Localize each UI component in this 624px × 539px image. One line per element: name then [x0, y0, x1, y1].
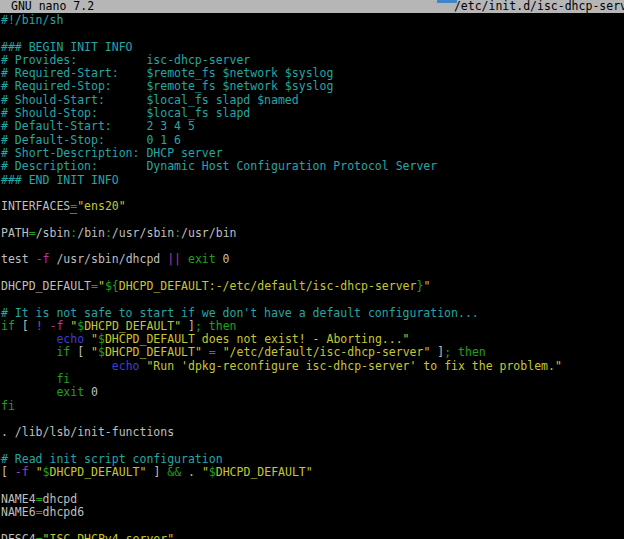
window-chrome-fragment	[437, 0, 457, 3]
code-token: -f	[36, 252, 50, 266]
code-token: exit	[188, 252, 216, 266]
code-token	[1, 332, 56, 346]
code-line: fi	[1, 400, 624, 413]
code-token: dhcpd	[43, 492, 78, 506]
code-token: 0	[216, 252, 230, 266]
code-token	[1, 385, 56, 399]
code-token: # Short-Description: DHCP server	[1, 146, 223, 160]
editor-area[interactable]: #!/bin/sh ### BEGIN INIT INFO# Provides:…	[1, 14, 624, 539]
code-token: echo	[112, 359, 140, 373]
code-token: NAME4	[1, 492, 36, 506]
code-token: DHCPD_DEFAULT"	[216, 465, 313, 479]
code-token	[1, 359, 112, 373]
code-line	[1, 413, 624, 426]
code-token: /sbin	[36, 226, 71, 240]
code-token: # Default-Stop: 0 1 6	[1, 133, 181, 147]
code-token: "Run 'dpkg-reconfigure isc-dhcp-server' …	[146, 359, 561, 373]
code-line: . /lib/lsb/init-functions	[1, 426, 624, 439]
code-line: # Should-Stop: $local_fs slapd	[1, 107, 624, 120]
code-token: ${	[105, 279, 119, 293]
code-token: [	[15, 319, 36, 333]
code-line: fi	[1, 373, 624, 386]
code-line	[1, 479, 624, 492]
code-token: # Should-Start: $local_fs slapd $named	[1, 93, 299, 107]
code-line: echo "$DHCPD_DEFAULT does not exist! - A…	[1, 333, 624, 346]
code-token: "	[91, 345, 98, 359]
code-line: NAME4=dhcpd	[1, 493, 624, 506]
code-token: # Default-Start: 2 3 4 5	[1, 119, 195, 133]
code-token	[1, 372, 56, 386]
code-token: # Read init script configuration	[1, 452, 223, 466]
code-line	[1, 213, 624, 226]
code-token: ### END INIT INFO	[1, 173, 119, 187]
code-token	[1, 345, 56, 359]
code-token: =	[91, 279, 98, 293]
code-token	[181, 252, 188, 266]
code-token: "ISC DHCPv4 server"	[43, 532, 175, 539]
code-token: dhcpd6	[43, 505, 85, 519]
code-token: DHCPD_DEFAULT does not exist! - Aborting…	[105, 332, 410, 346]
code-line	[1, 27, 624, 40]
code-token: fi	[1, 399, 15, 413]
code-line: # Default-Stop: 0 1 6	[1, 134, 624, 147]
code-line: ### BEGIN INIT INFO	[1, 41, 624, 54]
code-token: DHCPD_DEFAULT"	[105, 345, 202, 359]
code-token: -f	[50, 319, 64, 333]
code-line: # Should-Start: $local_fs slapd $named	[1, 94, 624, 107]
code-line: DHCPD_DEFAULT="${DHCPD_DEFAULT:-/etc/def…	[1, 280, 624, 293]
code-token: "ens20"	[77, 199, 125, 213]
code-token: $	[209, 465, 216, 479]
code-token: INTERFACES	[1, 199, 70, 213]
code-token: =	[36, 532, 43, 539]
code-token: # Provides: isc-dhcp-server	[1, 53, 250, 67]
code-token: $	[43, 465, 50, 479]
code-token: ||	[167, 252, 181, 266]
code-line: # Description: Dynamic Host Configuratio…	[1, 160, 624, 173]
code-token: -f	[15, 465, 29, 479]
nano-version-label: GNU nano 7.2	[11, 0, 94, 13]
code-line	[1, 293, 624, 306]
code-token: $	[98, 332, 105, 346]
code-line: # Default-Start: 2 3 4 5	[1, 120, 624, 133]
terminal-window: GNU nano 7.2 /etc/init.d/isc-dhcp-serv #…	[0, 0, 624, 539]
code-line	[1, 519, 624, 532]
code-token: # Should-Stop: $local_fs slapd	[1, 106, 250, 120]
code-line: PATH=/sbin:/bin:/usr/sbin:/usr/bin	[1, 227, 624, 240]
code-token: ]	[146, 465, 167, 479]
code-line: NAME6=dhcpd6	[1, 506, 624, 519]
code-token: =	[209, 345, 216, 359]
code-token: :	[105, 226, 112, 240]
code-line	[1, 440, 624, 453]
code-token: =	[36, 505, 43, 519]
code-line: # Provides: isc-dhcp-server	[1, 54, 624, 67]
code-line: # Read init script configuration	[1, 453, 624, 466]
code-token: ]	[181, 319, 195, 333]
code-token: ; then	[444, 345, 486, 359]
code-token: if	[1, 319, 15, 333]
code-token: [	[1, 465, 15, 479]
code-token: /usr/bin	[181, 226, 236, 240]
code-token: "	[91, 332, 98, 346]
code-line	[1, 240, 624, 253]
code-token: DHCPD_DEFAULT"	[50, 465, 147, 479]
code-token: &&	[167, 465, 181, 479]
code-line: [ -f "$DHCPD_DEFAULT" ] && . "$DHCPD_DEF…	[1, 466, 624, 479]
code-token: # Required-Stop: $remote_fs $network $sy…	[1, 79, 333, 93]
code-token: test	[1, 252, 36, 266]
code-line: ### END INIT INFO	[1, 174, 624, 187]
code-line: test -f /usr/sbin/dhcpd || exit 0	[1, 253, 624, 266]
code-token: fi	[56, 372, 70, 386]
code-token: .	[181, 465, 202, 479]
code-token: echo	[56, 332, 84, 346]
code-line: # It is not safe to start if we don't ha…	[1, 307, 624, 320]
code-token: /usr/sbin/dhcpd	[49, 252, 167, 266]
code-token: "	[36, 465, 43, 479]
code-token: "	[98, 279, 105, 293]
code-token: DHCPD_DEFAULT"	[84, 319, 181, 333]
code-token: # Description: Dynamic Host Configuratio…	[1, 159, 437, 173]
code-token	[202, 345, 209, 359]
code-token: ### BEGIN INIT INFO	[1, 40, 133, 54]
code-token: [	[70, 345, 91, 359]
code-token: DHCPD_DEFAULT:-/etc/default/isc-dhcp-ser…	[119, 279, 417, 293]
code-token: /usr/sbin	[112, 226, 174, 240]
